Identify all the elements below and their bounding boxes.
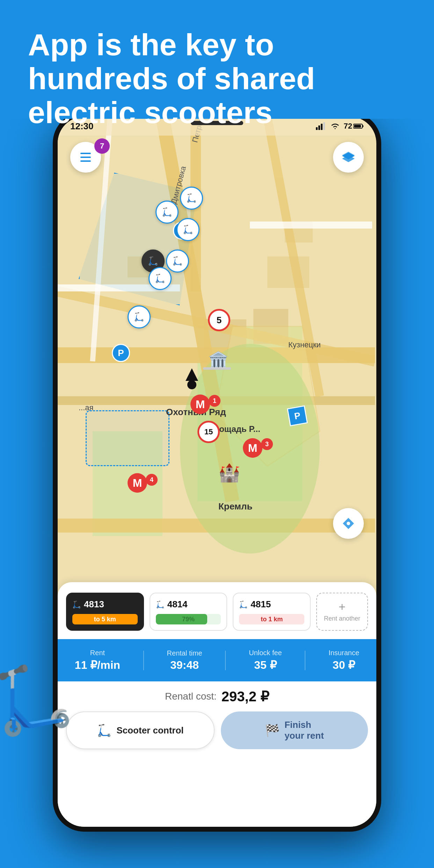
blue-zone-dashed bbox=[86, 410, 169, 466]
finish-rent-icon: 🏁 bbox=[265, 723, 280, 737]
info-rent-value: 11 ₽/min bbox=[75, 658, 120, 672]
info-insurance: Insurance 30 ₽ bbox=[328, 649, 359, 672]
phone-screen: 12:30 bbox=[58, 117, 376, 827]
location-button[interactable] bbox=[333, 508, 364, 539]
speed-sign-15: 15 bbox=[197, 421, 220, 443]
header-title: App is the key to hundreds of shared ele… bbox=[28, 28, 406, 129]
notification-badge: 7 bbox=[94, 138, 110, 154]
scooter-pin-1[interactable]: 🛴 bbox=[155, 201, 179, 224]
info-rent: Rent 11 ₽/min bbox=[75, 649, 120, 672]
info-insurance-value: 30 ₽ bbox=[333, 658, 355, 672]
scooter-pin-6[interactable]: 🛴 bbox=[128, 305, 151, 328]
map-label-yakaya: ...ая bbox=[79, 403, 94, 412]
panel-handle[interactable] bbox=[203, 367, 231, 370]
scooter-control-icon: 🛴 bbox=[97, 723, 111, 737]
info-time-value: 39:48 bbox=[170, 659, 199, 672]
scooter-cards-row: 🛴 4813 to 5 km 🛴 4814 bbox=[58, 582, 376, 631]
speed-sign-5: 5 bbox=[208, 309, 230, 331]
bottom-panel: 🛴 4813 to 5 km 🛴 4814 bbox=[58, 582, 376, 827]
svg-rect-23 bbox=[250, 222, 372, 229]
map-background bbox=[58, 117, 375, 578]
scooter-badge-1: to 5 km bbox=[72, 614, 138, 624]
layers-icon bbox=[341, 151, 355, 164]
scooter-control-button[interactable]: 🛴 Scooter control bbox=[66, 711, 215, 749]
rent-another-plus: + bbox=[339, 601, 346, 613]
scooter-badge-3: to 1 km bbox=[239, 614, 304, 624]
scooter-card-4813[interactable]: 🛴 4813 to 5 km bbox=[66, 593, 144, 631]
rent-another-label: Rent another bbox=[324, 615, 360, 623]
scooter-id-1: 4813 bbox=[84, 599, 104, 610]
header-section: App is the key to hundreds of shared ele… bbox=[0, 0, 434, 119]
scooter-icon-3: 🛴 bbox=[239, 600, 248, 609]
parking-sign-3: P bbox=[287, 405, 308, 426]
info-time-label: Rental time bbox=[167, 649, 202, 657]
finish-rent-button[interactable]: 🏁 Finish your rent bbox=[221, 711, 368, 749]
scooter-pin-2[interactable]: 🛴 bbox=[176, 218, 200, 241]
location-icon bbox=[341, 516, 355, 530]
parking-sign-2: P bbox=[112, 344, 130, 362]
rent-another-card[interactable]: + Rent another bbox=[316, 593, 368, 631]
kremlin-icon: 🏰 bbox=[218, 463, 240, 483]
info-rental-time: Rental time 39:48 bbox=[167, 649, 202, 672]
scooter-card-4814[interactable]: 🛴 4814 79% bbox=[150, 593, 227, 631]
metro-number-2: 3 bbox=[261, 438, 273, 450]
map-label-kuznetski: Кузнецки bbox=[288, 340, 321, 349]
metro-sign-2: М bbox=[243, 438, 262, 458]
metro-number-3: 4 bbox=[146, 474, 158, 486]
metro-sign-1: М bbox=[190, 395, 210, 414]
info-row: Rent 11 ₽/min Rental time 39:48 Unlock f… bbox=[58, 639, 376, 681]
user-arrow bbox=[186, 368, 198, 381]
info-rent-label: Rent bbox=[90, 649, 105, 657]
rental-cost-label: Renatl cost: bbox=[165, 691, 217, 702]
rental-cost-row: Renatl cost: 293,2 ₽ bbox=[58, 681, 376, 711]
scooter-icon-1: 🛴 bbox=[72, 600, 81, 609]
info-unlock-label: Unlock fee bbox=[249, 649, 282, 657]
scooter-pin-5[interactable]: 🛴 bbox=[149, 267, 172, 290]
rental-cost-value: 293,2 ₽ bbox=[222, 688, 269, 704]
scooter-pin-7[interactable]: 🛴 bbox=[180, 187, 203, 210]
scooter-card-4815[interactable]: 🛴 4815 to 1 km bbox=[233, 593, 311, 631]
scooter-badge-2: 79% bbox=[156, 614, 221, 624]
info-unlock-value: 35 ₽ bbox=[254, 658, 276, 672]
phone-container: 12:30 bbox=[53, 112, 381, 832]
finish-rent-label-1: Finish bbox=[284, 719, 311, 730]
info-insurance-label: Insurance bbox=[328, 649, 359, 657]
svg-point-30 bbox=[347, 522, 350, 525]
scooter-id-3: 4815 bbox=[251, 599, 271, 610]
finish-rent-label-2: your rent bbox=[284, 730, 324, 741]
info-unlock: Unlock fee 35 ₽ bbox=[249, 649, 282, 672]
map-label-kreml: Кремль bbox=[218, 501, 253, 512]
phone-frame: 12:30 bbox=[53, 112, 381, 832]
scooter-decoration: 🛴 bbox=[0, 655, 78, 742]
scooter-id-2: 4814 bbox=[167, 599, 188, 610]
scooter-icon-2: 🛴 bbox=[156, 600, 165, 609]
layers-button[interactable] bbox=[333, 142, 364, 173]
hamburger-icon bbox=[80, 153, 91, 162]
user-dot bbox=[187, 380, 196, 389]
metro-sign-3: М bbox=[128, 473, 147, 493]
scooter-control-label: Scooter control bbox=[116, 725, 183, 736]
scooter-pin-4[interactable]: 🛴 bbox=[166, 249, 189, 273]
map-area: Петровка ул. Дмитровка Охотный Ряд Площа… bbox=[58, 117, 376, 578]
bottom-buttons: 🛴 Scooter control 🏁 Finish your rent bbox=[58, 711, 376, 760]
metro-number-1: 1 bbox=[209, 395, 220, 407]
